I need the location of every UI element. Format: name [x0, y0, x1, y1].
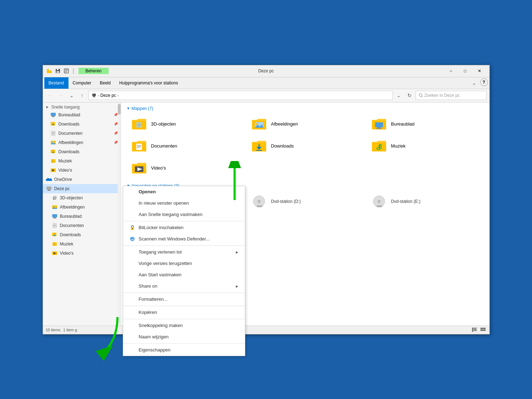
tab-bestand[interactable]: Bestand — [44, 77, 68, 89]
sidebar-item-onedrive[interactable]: OneDrive — [43, 175, 121, 184]
ctx-kopieren[interactable]: Kopiëren — [123, 307, 245, 318]
svg-rect-10 — [93, 96, 95, 97]
ctx-eigenschappen[interactable]: Eigenschappen — [123, 344, 245, 356]
sidebar-item-downloads-1[interactable]: Downloads 📌 — [43, 120, 121, 129]
help-button[interactable]: ? — [480, 78, 488, 86]
ctx-aan-start-label: Aan Start vastmaken — [139, 272, 182, 277]
path-deze-pc[interactable]: Deze pc — [100, 93, 116, 98]
tab-beeld[interactable]: Beeld — [95, 77, 115, 89]
sidebar-item-3d[interactable]: 3D-objecten — [43, 193, 121, 203]
tab-hulpprogramma[interactable]: Hulpprogramma's voor stations — [115, 77, 182, 89]
main-layout: ► Snelle toegang Bureaublad 📌 Downloads … — [43, 102, 489, 326]
ctx-kopieren-icon — [129, 309, 136, 316]
folders-section-label: Mappen (7) — [131, 106, 153, 111]
sidebar-item-downloads-3[interactable]: Downloads — [43, 230, 121, 239]
path-separator-2: › — [117, 94, 119, 98]
tab-computer[interactable]: Computer — [68, 77, 96, 89]
svg-rect-4 — [57, 69, 59, 70]
downloads-icon-2 — [50, 149, 56, 155]
ctx-share-on-sub-label: Share on — [129, 283, 158, 290]
ctx-share-on-label: Share on — [139, 283, 158, 289]
properties-icon[interactable] — [63, 67, 70, 74]
sidebar-afbeeldingen-2-label: Afbeeldingen — [60, 205, 85, 210]
sidebar-item-bureaublad-2[interactable]: Bureaublad — [43, 212, 121, 221]
svg-rect-88 — [474, 328, 477, 328]
ctx-toegang[interactable]: Toegang verlenen tot ► — [123, 246, 245, 258]
list-view-button[interactable] — [471, 326, 478, 333]
search-box[interactable]: Zoeken in Deze pc — [416, 91, 487, 100]
svg-rect-9 — [92, 94, 96, 96]
svg-rect-15 — [52, 116, 54, 117]
sidebar-quick-access-header[interactable]: ► Snelle toegang — [43, 102, 121, 110]
drive-item-d[interactable]: DVD Dvd-station (D:) — [247, 192, 364, 211]
sidebar-item-muziek-2[interactable]: ♪ Muziek — [43, 239, 121, 249]
maximize-button[interactable]: □ — [458, 66, 472, 76]
ctx-snelle-toegang[interactable]: Aan Snelle toegang vastmaken — [123, 209, 245, 220]
recent-button[interactable]: ⌄ — [67, 91, 76, 100]
svg-rect-95 — [481, 328, 482, 329]
svg-rect-98 — [481, 329, 482, 331]
drive-d-icon: DVD — [251, 194, 268, 209]
ctx-eigenschappen-label: Eigenschappen — [139, 347, 171, 353]
sidebar-afbeeldingen-1-label: Afbeeldingen — [59, 140, 83, 145]
folder-item-afbeeldingen[interactable]: Afbeeldingen — [247, 115, 364, 134]
sidebar-scroll-thumb[interactable] — [118, 104, 121, 115]
svg-rect-62 — [136, 144, 142, 150]
ctx-defender-icon — [129, 235, 136, 243]
ribbon-expand-icon[interactable]: ⌄ — [470, 78, 479, 88]
ctx-snelkoppeling[interactable]: Snelkoppeling maken — [123, 320, 245, 331]
ctx-naam-wijzigen-icon — [129, 333, 136, 340]
sidebar-item-downloads-2[interactable]: Downloads — [43, 147, 121, 156]
ctx-aan-start[interactable]: Aan Start vastmaken — [123, 269, 245, 281]
sidebar-item-videos-1[interactable]: Video's — [43, 166, 121, 175]
beheren-tab[interactable]: Beheren — [78, 68, 109, 74]
folders-section-title[interactable]: ▼ Mappen (7) — [127, 106, 484, 111]
sidebar-item-deze-pc[interactable]: Deze pc — [43, 184, 121, 193]
refresh-button[interactable]: ↻ — [405, 91, 414, 100]
up-button[interactable]: ↑ — [78, 91, 87, 100]
back-button[interactable]: ← — [46, 91, 55, 100]
folder-item-documenten[interactable]: Documenten — [127, 137, 244, 156]
minimize-button[interactable]: – — [444, 66, 458, 76]
folder-item-muziek[interactable]: Muziek — [367, 137, 484, 156]
ribbon-tabs: Bestand Computer Beeld Hulpprogramma's v… — [43, 77, 489, 89]
drive-e-info: Dvd-station (E:) — [391, 199, 421, 204]
ctx-formatteren[interactable]: Formatteren... — [123, 294, 245, 305]
ctx-bitlocker[interactable]: BitLocker inschakelen — [123, 222, 245, 233]
search-icon — [419, 93, 423, 98]
sidebar-item-afbeeldingen-1[interactable]: Afbeeldingen 📌 — [43, 138, 121, 147]
folder-name-bureaublad: Bureaublad — [391, 121, 415, 127]
sidebar-item-documenten-2[interactable]: Documenten — [43, 221, 121, 230]
folder-item-bureaublad[interactable]: Bureaublad — [367, 115, 484, 134]
ctx-vorige-versies[interactable]: Vorige versies terugzetten — [123, 258, 245, 269]
quick-access-chevron: ► — [46, 105, 49, 109]
ctx-defender[interactable]: Scannen met Windows Defender... — [123, 233, 245, 245]
address-path[interactable]: › Deze pc › — [88, 91, 393, 100]
sidebar-3d-label: 3D-objecten — [60, 195, 83, 200]
sidebar-item-bureaublad-1[interactable]: Bureaublad 📌 — [43, 110, 121, 120]
forward-button[interactable]: → — [56, 91, 66, 100]
sidebar-muziek-1-label: Muziek — [59, 159, 72, 164]
drive-item-e[interactable]: DVD Dvd-station (E:) — [367, 192, 484, 211]
pin-icon-4: 📌 — [114, 140, 118, 144]
ctx-formatteren-icon — [129, 296, 136, 303]
address-dropdown-button[interactable]: ⌄ — [394, 91, 404, 100]
grid-view-button[interactable] — [479, 326, 487, 333]
folder-item-3d[interactable]: 3D-objecten — [127, 115, 244, 134]
save-icon[interactable] — [54, 67, 61, 74]
quick-access-label: Snelle toegang — [51, 105, 79, 110]
sidebar-item-muziek-1[interactable]: ♪ Muziek — [43, 156, 121, 166]
green-arrow-down — [89, 314, 125, 363]
svg-rect-40 — [52, 214, 57, 217]
sidebar-bureaublad-1-label: Bureaublad — [59, 112, 80, 117]
sidebar-item-afbeeldingen-2[interactable]: Afbeeldingen — [43, 203, 121, 212]
close-button[interactable]: ✕ — [472, 66, 487, 76]
ctx-naam-wijzigen[interactable]: Naam wijzigen — [123, 331, 245, 343]
sidebar-item-documenten-1[interactable]: Documenten 📌 — [43, 129, 121, 138]
ctx-share-on[interactable]: Share on ► — [123, 281, 245, 292]
ctx-snelkoppeling-icon — [129, 322, 136, 329]
sidebar-item-videos-2[interactable]: Video's — [43, 249, 121, 258]
ctx-defender-label: Scannen met Windows Defender... — [139, 236, 210, 242]
folder-item-downloads[interactable]: Downloads — [247, 137, 364, 156]
folders-grid: 3D-objecten Afbeeldingen — [127, 115, 484, 178]
